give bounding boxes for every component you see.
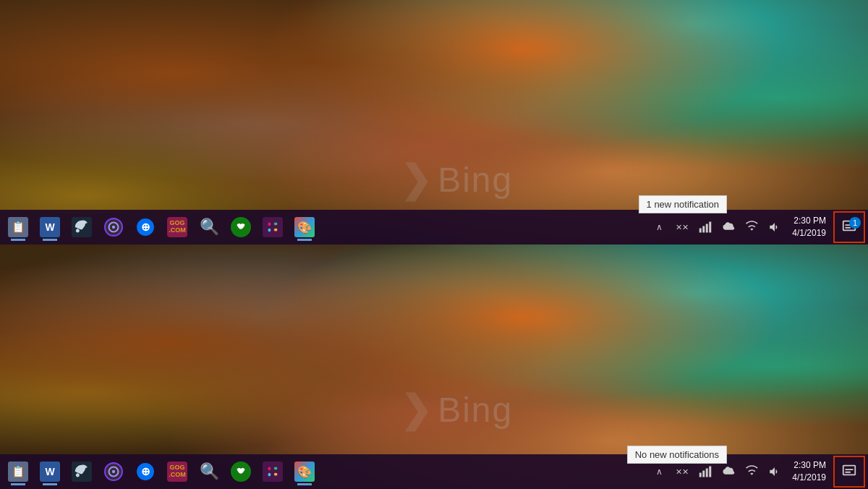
taskbar-icon-xbox-top[interactable] xyxy=(226,212,256,242)
tray-close-bottom[interactable]: ✕✕ xyxy=(672,462,692,482)
taskbar-icon-colorpicker-top[interactable]: 🎨 xyxy=(289,212,320,242)
taskbar-icon-uplay-top[interactable]: ⊕ xyxy=(130,212,161,242)
svg-rect-25 xyxy=(274,473,278,476)
steam-icon-bottom xyxy=(72,462,92,482)
svg-rect-14 xyxy=(706,224,708,233)
word-icon-top: W xyxy=(40,217,60,237)
desktop-background-top xyxy=(0,0,868,244)
tray-volume-top[interactable] xyxy=(765,217,785,237)
bing-text-bottom: Bing xyxy=(438,390,513,430)
tray-close-top[interactable]: ✕✕ xyxy=(672,217,692,237)
svg-rect-12 xyxy=(699,229,702,233)
screen: ❯ Bing 1 new notification 📋 W xyxy=(0,0,868,489)
tray-network-top[interactable] xyxy=(695,217,715,237)
active-indicator-notepad xyxy=(11,239,25,241)
slack-icon-bottom xyxy=(263,462,283,482)
taskbar-icon-notepad-bottom[interactable]: 📋 xyxy=(3,456,33,487)
taskbar-icon-steam-bottom[interactable] xyxy=(67,456,97,487)
svg-rect-11 xyxy=(271,223,274,232)
time-bottom: 2:30 PM xyxy=(793,459,826,472)
bing-text-top: Bing xyxy=(438,160,513,200)
taskbar-icon-word-bottom[interactable]: W xyxy=(35,456,65,487)
tooltip-text-bottom: No new notifications xyxy=(635,449,719,460)
taskbar-icon-steam-top[interactable] xyxy=(67,212,97,242)
svg-rect-24 xyxy=(274,467,278,470)
hidden-icons-chevron-top[interactable]: ∧ xyxy=(649,217,669,237)
taskbar-top: 📋 W xyxy=(0,210,868,244)
taskbar-icon-slack-bottom[interactable] xyxy=(258,456,288,487)
active-indicator-word xyxy=(43,239,57,241)
taskbar-icon-gog-top[interactable]: GOG.COM xyxy=(162,212,192,242)
tooltip-text-top: 1 new notification xyxy=(647,199,719,210)
desktop-background-bottom xyxy=(0,244,868,489)
svg-rect-7 xyxy=(268,229,271,232)
taskbar-icon-uplay-bottom[interactable]: ⊕ xyxy=(130,456,161,487)
svg-rect-9 xyxy=(274,229,278,231)
svg-rect-13 xyxy=(703,226,705,233)
taskbar-icon-obs-top[interactable] xyxy=(98,212,129,242)
taskbar-icons-top: 📋 W xyxy=(0,212,649,242)
svg-rect-27 xyxy=(699,473,702,477)
tray-network-bottom[interactable] xyxy=(695,462,715,482)
clock-top[interactable]: 2:30 PM 4/1/2019 xyxy=(788,215,830,239)
active-indicator-colorpicker-b xyxy=(297,483,312,485)
svg-rect-30 xyxy=(710,467,712,477)
obs-icon-top xyxy=(103,217,124,237)
system-tray-top: ∧ ✕✕ xyxy=(649,211,868,243)
clock-bottom[interactable]: 2:30 PM 4/1/2019 xyxy=(788,459,830,484)
colorpicker-icon-top: 🎨 xyxy=(294,217,315,237)
tray-onedrive-top[interactable] xyxy=(718,217,739,237)
xbox-icon-bottom xyxy=(231,462,251,482)
svg-point-3 xyxy=(112,226,115,229)
svg-rect-23 xyxy=(268,473,271,477)
svg-rect-10 xyxy=(268,223,271,226)
obs-icon-bottom xyxy=(103,462,124,482)
notepad-icon-bottom: 📋 xyxy=(8,462,28,482)
taskbar-icon-colorpicker-bottom[interactable]: 🎨 xyxy=(289,456,320,487)
search-icon-bottom: 🔍 xyxy=(199,462,219,482)
svg-rect-28 xyxy=(703,471,705,477)
uplay-icon-bottom: ⊕ xyxy=(135,462,156,482)
action-center-button-top[interactable]: 1 xyxy=(833,211,865,243)
taskbar-icon-notepad-top[interactable]: 📋 xyxy=(3,212,33,242)
tray-wifi-bottom[interactable] xyxy=(741,462,762,482)
taskbar-icon-word-top[interactable]: W xyxy=(35,212,65,242)
svg-rect-15 xyxy=(710,222,712,233)
svg-rect-8 xyxy=(274,223,278,226)
taskbar-icon-search-bottom[interactable]: 🔍 xyxy=(194,456,224,487)
notification-tooltip-bottom: No new notifications xyxy=(627,446,727,464)
svg-text:⊕: ⊕ xyxy=(141,465,150,477)
gog-icon-top: GOG.COM xyxy=(167,217,187,237)
taskbar-icons-bottom: 📋 W xyxy=(0,456,649,487)
word-icon-bottom: W xyxy=(40,462,60,482)
action-center-button-bottom[interactable] xyxy=(833,456,865,488)
action-center-icon-bottom xyxy=(841,462,857,482)
tray-volume-bottom[interactable] xyxy=(765,462,785,482)
svg-rect-29 xyxy=(706,469,708,477)
active-indicator-word-b xyxy=(43,483,57,485)
taskbar-icon-obs-bottom[interactable] xyxy=(98,456,129,487)
active-indicator-notepad-b xyxy=(11,483,25,485)
svg-rect-26 xyxy=(268,467,271,471)
notepad-icon-top: 📋 xyxy=(8,217,28,237)
colorpicker-icon-bottom: 🎨 xyxy=(294,462,315,482)
date-bottom: 4/1/2019 xyxy=(792,472,826,484)
desktop-top: ❯ Bing 1 new notification 📋 W xyxy=(0,0,868,244)
notification-tooltip-top: 1 new notification xyxy=(639,195,727,213)
tray-onedrive-bottom[interactable] xyxy=(718,462,739,482)
svg-point-19 xyxy=(112,470,115,473)
tray-wifi-top[interactable] xyxy=(741,217,762,237)
taskbar-icon-search-top[interactable]: 🔍 xyxy=(194,212,224,242)
search-icon-top: 🔍 xyxy=(199,217,219,237)
taskbar-icon-slack-top[interactable] xyxy=(258,212,288,242)
taskbar-icon-gog-bottom[interactable]: GOG.COM xyxy=(162,456,192,487)
bing-watermark-bottom: ❯ Bing xyxy=(400,388,513,431)
bing-watermark-top: ❯ Bing xyxy=(400,158,513,201)
slack-icon-top xyxy=(263,217,283,237)
taskbar-icon-xbox-bottom[interactable] xyxy=(226,456,256,487)
steam-icon-top xyxy=(72,217,92,237)
desktop-bottom: ❯ Bing No new notifications 📋 W xyxy=(0,244,868,489)
xbox-icon-top xyxy=(231,217,251,237)
hidden-icons-chevron-bottom[interactable]: ∧ xyxy=(649,462,669,482)
time-top: 2:30 PM xyxy=(793,215,826,227)
